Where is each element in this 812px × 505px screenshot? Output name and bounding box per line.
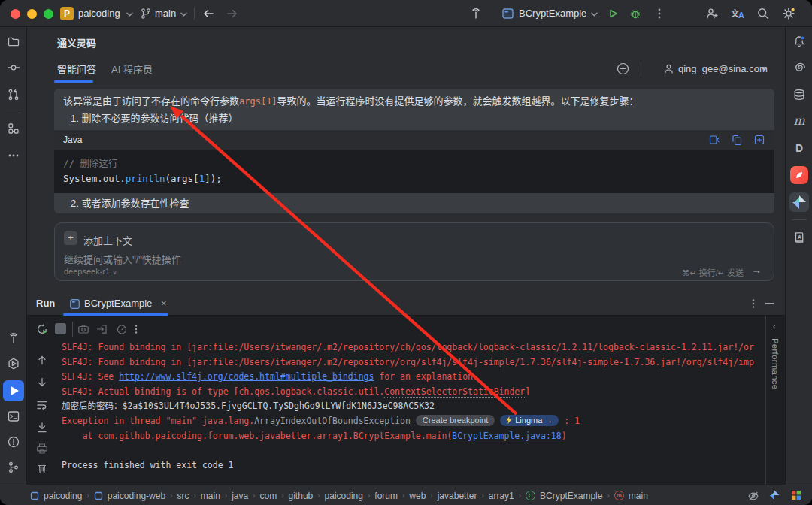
maven-icon[interactable]: m xyxy=(792,114,806,128)
zoom-window-button[interactable] xyxy=(44,9,53,19)
model-selector[interactable]: deepseek-r1 ∨ xyxy=(64,267,117,276)
dictionary-book-icon[interactable]: A xyxy=(792,231,806,244)
console-more-icon[interactable] xyxy=(130,323,142,335)
run-panel-header: Run BCryptExample × xyxy=(27,292,785,316)
rerun-button[interactable] xyxy=(35,322,49,336)
forward-button[interactable] xyxy=(226,7,239,20)
debug-button[interactable] xyxy=(629,7,642,20)
services-toolwindow-icon[interactable] xyxy=(7,357,20,370)
profiler-icon[interactable] xyxy=(116,323,128,335)
breadcrumb-item[interactable]: paicoding xyxy=(325,491,363,501)
breadcrumb-item[interactable]: array1 xyxy=(489,491,514,501)
chevron-down-icon xyxy=(591,12,598,17)
message-step1: 1. 删除不必要的参数访问代码（推荐） xyxy=(63,111,765,126)
structure-icon[interactable] xyxy=(7,122,20,135)
breadcrumb-item[interactable]: BCryptExample xyxy=(540,491,602,501)
close-tab-icon[interactable]: × xyxy=(161,298,167,309)
lingma-toolwindow-icon[interactable] xyxy=(789,192,809,212)
minimize-panel-icon[interactable] xyxy=(765,303,774,304)
code-vision-eye-icon[interactable] xyxy=(747,490,759,502)
exception-link[interactable]: ArrayIndexOutOfBoundsException xyxy=(254,416,411,426)
send-button[interactable]: → xyxy=(751,264,762,276)
breadcrumb-item[interactable]: paicoding xyxy=(44,491,82,501)
new-chat-button[interactable] xyxy=(617,62,629,75)
run-button[interactable] xyxy=(606,7,620,20)
svg-text:A: A xyxy=(798,234,801,240)
insert-code-icon[interactable] xyxy=(708,134,720,146)
git-toolwindow-icon[interactable] xyxy=(7,461,20,474)
scroll-to-end-icon[interactable] xyxy=(35,421,49,434)
close-window-button[interactable] xyxy=(11,9,20,19)
notifications-bell-icon[interactable] xyxy=(792,35,806,48)
run-panel-options-icon[interactable] xyxy=(747,298,759,310)
translate-icon[interactable]: 文A xyxy=(731,7,746,20)
performance-tab[interactable]: Performance xyxy=(771,338,780,389)
scroll-down-icon[interactable] xyxy=(35,376,49,389)
search-everywhere-button[interactable] xyxy=(756,7,770,20)
chat-input-box[interactable]: + 添加上下文 继续提问或输入"/"快捷操作 deepseek-r1 ∨ ⌘↵ … xyxy=(54,222,774,281)
tab-ai-programmer[interactable]: AI 程序员 xyxy=(111,62,153,76)
run-panel-label: Run xyxy=(36,298,55,309)
export-icon[interactable] xyxy=(96,323,108,335)
soft-wrap-icon[interactable] xyxy=(35,398,49,412)
add-context-label[interactable]: 添加上下文 xyxy=(83,233,132,247)
scroll-up-icon[interactable] xyxy=(35,353,49,367)
breadcrumb-item[interactable]: github xyxy=(289,491,314,501)
code-block-header: Java xyxy=(54,130,774,150)
tab-smart-qa[interactable]: 智能问答 xyxy=(57,62,96,76)
documentation-icon[interactable]: D xyxy=(792,141,806,155)
project-folder-icon[interactable] xyxy=(7,35,20,48)
database-icon[interactable] xyxy=(792,88,806,101)
run-tab-title[interactable]: BCryptExample xyxy=(84,298,152,309)
add-context-plus-icon[interactable]: + xyxy=(64,231,77,245)
account-dropdown-caret[interactable] xyxy=(761,67,768,71)
minimize-window-button[interactable] xyxy=(27,9,37,19)
clear-console-icon[interactable] xyxy=(35,461,49,475)
screenshot-icon[interactable] xyxy=(77,323,89,335)
breadcrumb-item[interactable]: javabetter xyxy=(438,491,477,501)
plugin-app-icon[interactable] xyxy=(790,166,808,184)
terminal-toolwindow-icon[interactable] xyxy=(7,410,20,423)
more-toolwindows-icon[interactable] xyxy=(7,149,20,162)
more-actions-button[interactable] xyxy=(653,7,666,20)
breadcrumb-item[interactable]: main xyxy=(629,491,648,501)
settings-gear-icon[interactable] xyxy=(782,7,795,20)
chat-input-placeholder[interactable]: 继续提问或输入"/"快捷操作 xyxy=(64,252,181,266)
print-icon[interactable] xyxy=(35,442,49,455)
run-config-selector[interactable]: BCryptExample xyxy=(519,8,586,19)
copy-code-icon[interactable] xyxy=(731,134,743,146)
console-line: SLF4J: Actual binding is of type [ch.qos… xyxy=(62,385,765,400)
stacktrace-link[interactable]: BCryptExample.java:18 xyxy=(452,431,561,441)
breadcrumb-item[interactable]: src xyxy=(177,491,189,501)
chevron-down-icon xyxy=(126,12,133,17)
build-hammer-icon[interactable] xyxy=(469,7,483,20)
lingma-status-icon[interactable] xyxy=(768,489,780,501)
new-file-code-icon[interactable] xyxy=(753,134,765,146)
breadcrumb-item[interactable]: forum xyxy=(374,491,398,501)
add-user-button[interactable] xyxy=(705,7,719,20)
console-line: SLF4J: See http://www.slf4j.org/codes.ht… xyxy=(62,370,765,385)
branch-selector[interactable]: main xyxy=(155,8,176,19)
ai-chat-spiral-icon[interactable] xyxy=(792,61,806,74)
problems-toolwindow-icon[interactable] xyxy=(7,435,20,449)
back-button[interactable] xyxy=(201,7,215,20)
expand-chevron-icon[interactable]: ‹ xyxy=(773,322,776,331)
breadcrumb-item[interactable]: main xyxy=(201,491,220,501)
account-email[interactable]: qing_gee@sina.com xyxy=(678,63,768,74)
run-toolwindow-icon[interactable] xyxy=(3,380,24,401)
console-link[interactable]: http://www.slf4j.org/codes.html#multiple… xyxy=(119,371,374,382)
widgets-grid-icon[interactable] xyxy=(791,490,801,500)
breadcrumb-item[interactable]: java xyxy=(232,491,248,501)
build-toolwindow-icon[interactable] xyxy=(7,331,20,345)
breadcrumb-item[interactable]: paicoding-web xyxy=(108,491,165,501)
project-selector[interactable]: paicoding xyxy=(78,8,120,19)
breadcrumb-item[interactable]: web xyxy=(409,491,426,501)
stop-button[interactable] xyxy=(55,323,66,334)
create-breakpoint-badge[interactable]: Create breakpoint xyxy=(416,415,495,426)
active-tab-underline xyxy=(54,80,93,83)
commit-icon[interactable] xyxy=(7,61,20,74)
project-icon[interactable]: P xyxy=(60,7,74,20)
breadcrumb-item[interactable]: com xyxy=(260,491,277,501)
pull-requests-icon[interactable] xyxy=(7,88,20,101)
lingma-fix-badge[interactable]: Lingma → xyxy=(500,415,559,426)
